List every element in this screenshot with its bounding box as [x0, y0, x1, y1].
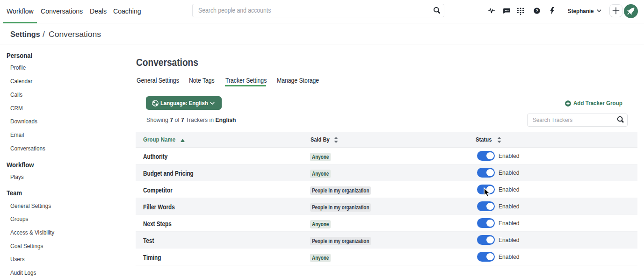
svg-text:?: ? [535, 8, 538, 13]
